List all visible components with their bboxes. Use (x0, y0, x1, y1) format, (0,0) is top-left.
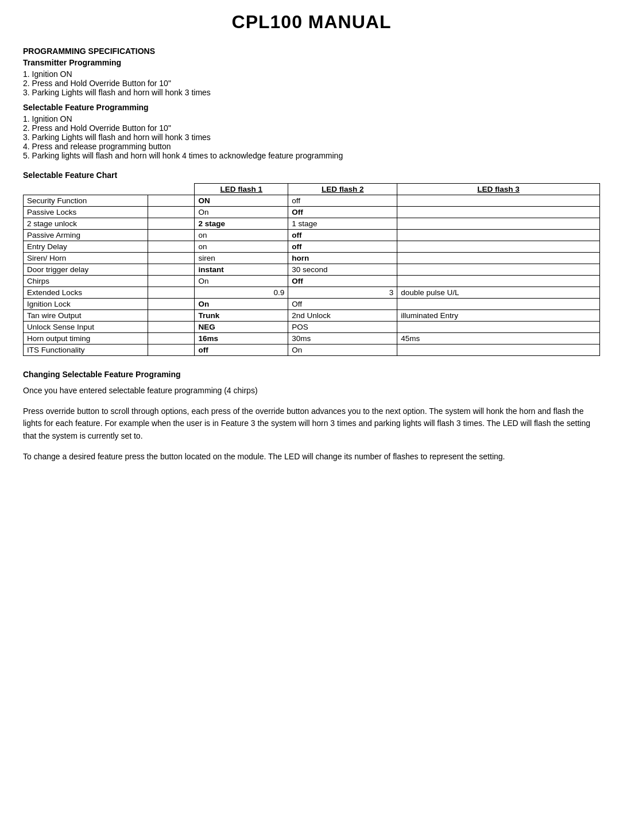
selectable-heading: Selectable Feature Programming (23, 103, 600, 112)
led2-cell: 2nd Unlock (288, 310, 397, 322)
table-row: Tan wire OutputTrunk2nd Unlockilluminate… (24, 310, 600, 322)
col-blank-header (148, 184, 195, 195)
selectable-step-4: 4. Press and release programming button (23, 142, 600, 151)
table-row: Ignition LockOnOff (24, 299, 600, 310)
feature-cell: Chirps (24, 276, 148, 287)
led3-cell (397, 230, 600, 241)
blank-cell (148, 253, 195, 264)
col-feature-header (24, 184, 148, 195)
table-row: ITS FunctionalityoffOn (24, 344, 600, 356)
led1-cell: ON (195, 195, 288, 207)
page-title: CPL100 MANUAL (23, 11, 600, 33)
led1-cell: NEG (195, 322, 288, 333)
led2-cell: Off (288, 299, 397, 310)
led1-cell: off (195, 344, 288, 356)
led1-cell: Trunk (195, 310, 288, 322)
led1-cell: 0.9 (195, 287, 288, 299)
led3-cell: double pulse U/L (397, 287, 600, 299)
feature-cell: Unlock Sense Input (24, 322, 148, 333)
led2-cell: horn (288, 253, 397, 264)
led3-cell: illuminated Entry (397, 310, 600, 322)
led3-cell (397, 344, 600, 356)
led2-cell: On (288, 344, 397, 356)
led3-cell: 45ms (397, 333, 600, 344)
chart-heading: Selectable Feature Chart (23, 171, 600, 180)
blank-cell (148, 299, 195, 310)
blank-cell (148, 264, 195, 276)
table-row: Security FunctionONoff (24, 195, 600, 207)
table-row: Horn output timing16ms30ms45ms (24, 333, 600, 344)
feature-chart-section: Selectable Feature Chart LED flash 1 LED… (23, 171, 600, 356)
table-row: Unlock Sense InputNEGPOS (24, 322, 600, 333)
blank-cell (148, 276, 195, 287)
feature-cell: Horn output timing (24, 333, 148, 344)
led1-cell: On (195, 207, 288, 218)
selectable-step-2: 2. Press and Hold Override Button for 10… (23, 123, 600, 133)
changing-heading: Changing Selectable Feature Programing (23, 370, 600, 379)
led3-cell (397, 241, 600, 253)
selectable-step-1: 1. Ignition ON (23, 114, 600, 123)
feature-chart-table: LED flash 1 LED flash 2 LED flash 3 Secu… (23, 183, 600, 356)
blank-cell (148, 195, 195, 207)
feature-cell: ITS Functionality (24, 344, 148, 356)
blank-cell (148, 287, 195, 299)
prog-specs-heading: PROGRAMMING SPECIFICATIONS (23, 47, 600, 56)
transmitter-step-1: 1. Ignition ON (23, 69, 600, 79)
col-led1-header: LED flash 1 (195, 184, 288, 195)
table-row: Entry Delayonoff (24, 241, 600, 253)
programming-specs-section: PROGRAMMING SPECIFICATIONS Transmitter P… (23, 47, 600, 160)
led1-cell: 2 stage (195, 218, 288, 230)
led3-cell (397, 207, 600, 218)
led3-cell (397, 264, 600, 276)
selectable-step-5: 5. Parking lights will flash and horn wi… (23, 151, 600, 160)
led2-cell: off (288, 230, 397, 241)
table-row: Extended Locks0.93double pulse U/L (24, 287, 600, 299)
led1-cell: On (195, 299, 288, 310)
table-row: Door trigger delayinstant30 second (24, 264, 600, 276)
feature-cell: Extended Locks (24, 287, 148, 299)
changing-section: Changing Selectable Feature Programing O… (23, 370, 600, 463)
feature-cell: Security Function (24, 195, 148, 207)
table-row: Passive LocksOnOff (24, 207, 600, 218)
feature-cell: Passive Arming (24, 230, 148, 241)
blank-cell (148, 218, 195, 230)
feature-cell: 2 stage unlock (24, 218, 148, 230)
led2-cell: 3 (288, 287, 397, 299)
feature-cell: Entry Delay (24, 241, 148, 253)
blank-cell (148, 207, 195, 218)
feature-cell: Tan wire Output (24, 310, 148, 322)
blank-cell (148, 344, 195, 356)
led1-cell: 16ms (195, 333, 288, 344)
table-row: ChirpsOnOff (24, 276, 600, 287)
led2-cell: 30 second (288, 264, 397, 276)
selectable-step-3: 3. Parking Lights will flash and horn wi… (23, 133, 600, 142)
changing-para2: Press override button to scroll through … (23, 405, 600, 443)
led3-cell (397, 253, 600, 264)
changing-para3: To change a desired feature press the bu… (23, 451, 600, 463)
led1-cell: instant (195, 264, 288, 276)
led2-cell: 30ms (288, 333, 397, 344)
led2-cell: off (288, 241, 397, 253)
selectable-feature-programming: Selectable Feature Programming 1. Igniti… (23, 103, 600, 160)
led1-cell: on (195, 230, 288, 241)
table-row: Siren/ Hornsirenhorn (24, 253, 600, 264)
table-row: 2 stage unlock2 stage1 stage (24, 218, 600, 230)
feature-cell: Siren/ Horn (24, 253, 148, 264)
led2-cell: 1 stage (288, 218, 397, 230)
led3-cell (397, 218, 600, 230)
table-row: Passive Armingonoff (24, 230, 600, 241)
changing-para1: Once you have entered selectable feature… (23, 385, 600, 397)
col-led2-header: LED flash 2 (288, 184, 397, 195)
feature-cell: Ignition Lock (24, 299, 148, 310)
led1-cell: siren (195, 253, 288, 264)
led3-cell (397, 276, 600, 287)
led2-cell: Off (288, 276, 397, 287)
led2-cell: Off (288, 207, 397, 218)
led1-cell: on (195, 241, 288, 253)
feature-cell: Door trigger delay (24, 264, 148, 276)
led2-cell: POS (288, 322, 397, 333)
blank-cell (148, 241, 195, 253)
blank-cell (148, 230, 195, 241)
led3-cell (397, 195, 600, 207)
led2-cell: off (288, 195, 397, 207)
